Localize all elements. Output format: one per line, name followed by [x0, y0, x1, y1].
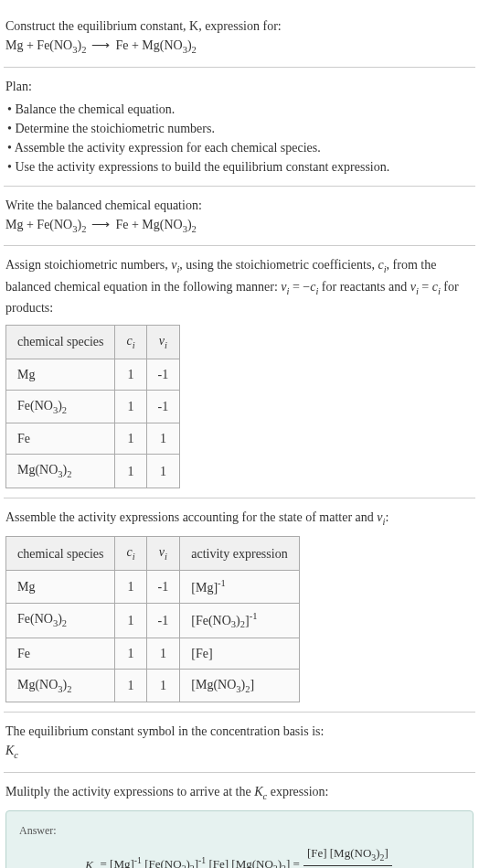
- cell-c: 1: [115, 455, 146, 488]
- table-row: Fe 1 1: [6, 423, 180, 455]
- balanced-section: Write the balanced chemical equation: Mg…: [4, 187, 475, 247]
- symbol-line1: The equilibrium constant symbol in the c…: [5, 722, 474, 741]
- cell-species: Mg: [6, 359, 115, 390]
- col-vi: νi: [146, 537, 180, 571]
- cell-species: Fe: [6, 423, 115, 455]
- cell-c: 1: [115, 638, 146, 669]
- intro-text: Construct the equilibrium constant, K, e…: [5, 19, 282, 33]
- col-ci: ci: [115, 537, 146, 571]
- plan-section: Plan: Balance the chemical equation. Det…: [4, 68, 475, 187]
- cell-expr: [Fe(NO3)2]-1: [180, 603, 299, 638]
- answer-label: Answer:: [19, 822, 460, 839]
- cell-v: -1: [146, 603, 180, 638]
- intro-line: Construct the equilibrium constant, K, e…: [5, 16, 474, 36]
- answer-numerator: [Fe] [Mg(NO3)2]: [303, 844, 392, 865]
- table-row: Mg(NO3)2 1 1 [Mg(NO3)2]: [6, 669, 300, 702]
- cell-expr: [Mg]-1: [180, 570, 299, 603]
- table-row: Mg 1 -1 [Mg]-1: [6, 570, 300, 603]
- table-header-row: chemical species ci νi: [6, 326, 180, 359]
- cell-c: 1: [115, 423, 146, 455]
- table-row: Mg 1 -1: [6, 359, 180, 390]
- intro-section: Construct the equilibrium constant, K, e…: [4, 7, 475, 68]
- plan-item: Determine the stoichiometric numbers.: [7, 119, 474, 138]
- plan-list: Balance the chemical equation. Determine…: [5, 100, 474, 177]
- symbol-kc: Kc: [5, 741, 474, 763]
- cell-c: 1: [115, 603, 146, 638]
- col-vi: νi: [146, 326, 180, 359]
- col-species: chemical species: [6, 326, 115, 359]
- cell-c: 1: [115, 570, 146, 603]
- balanced-title: Write the balanced chemical equation:: [5, 196, 474, 215]
- cell-species: Mg(NO3)2: [6, 669, 115, 702]
- answer-expression: Kc = [Mg]-1 [Fe(NO3)2]-1 [Fe] [Mg(NO3)2]…: [19, 844, 460, 868]
- stoich-table: chemical species ci νi Mg 1 -1 Fe(NO3)2 …: [5, 325, 180, 488]
- table-header-row: chemical species ci νi activity expressi…: [6, 537, 300, 571]
- cell-v: -1: [146, 570, 180, 603]
- table-row: Fe(NO3)2 1 -1: [6, 390, 180, 423]
- cell-expr: [Fe]: [180, 638, 299, 669]
- cell-v: -1: [146, 359, 180, 390]
- activity-title: Assemble the activity expressions accoun…: [5, 508, 474, 530]
- cell-c: 1: [115, 669, 146, 702]
- table-row: Fe 1 1 [Fe]: [6, 638, 300, 669]
- col-expr: activity expression: [180, 537, 299, 571]
- activity-table: chemical species ci νi activity expressi…: [5, 536, 300, 702]
- table-row: Mg(NO3)2 1 1: [6, 455, 180, 488]
- cell-c: 1: [115, 359, 146, 390]
- answer-box: Answer: Kc = [Mg]-1 [Fe(NO3)2]-1 [Fe] [M…: [5, 810, 474, 868]
- cell-species: Mg: [6, 570, 115, 603]
- plan-item: Use the activity expressions to build th…: [7, 157, 474, 177]
- cell-v: -1: [146, 390, 180, 423]
- cell-v: 1: [146, 638, 180, 669]
- intro-equation: Mg + Fe(NO3)2⟶Fe + Mg(NO3)2: [5, 36, 474, 58]
- multiply-section: Mulitply the activity expressions to arr…: [4, 773, 475, 868]
- assign-section: Assign stoichiometric numbers, νi, using…: [4, 246, 475, 498]
- plan-title: Plan:: [5, 77, 474, 96]
- symbol-section: The equilibrium constant symbol in the c…: [4, 713, 475, 773]
- cell-v: 1: [146, 455, 180, 488]
- cell-species: Fe(NO3)2: [6, 603, 115, 638]
- table-row: Fe(NO3)2 1 -1 [Fe(NO3)2]-1: [6, 603, 300, 638]
- plan-item: Balance the chemical equation.: [7, 100, 474, 119]
- answer-fraction: [Fe] [Mg(NO3)2] [Mg] [Fe(NO3)2]: [303, 844, 392, 868]
- balanced-equation: Mg + Fe(NO3)2⟶Fe + Mg(NO3)2: [5, 215, 474, 237]
- multiply-title: Mulitply the activity expressions to arr…: [5, 782, 474, 804]
- answer-lhs: Kc = [Mg]-1 [Fe(NO3)2]-1 [Fe] [Mg(NO3)2]…: [85, 854, 300, 868]
- assign-text: Assign stoichiometric numbers, νi, using…: [5, 255, 474, 317]
- plan-item: Assemble the activity expression for eac…: [7, 138, 474, 157]
- cell-v: 1: [146, 423, 180, 455]
- cell-species: Fe: [6, 638, 115, 669]
- cell-expr: [Mg(NO3)2]: [180, 669, 299, 702]
- cell-v: 1: [146, 669, 180, 702]
- col-species: chemical species: [6, 537, 115, 571]
- cell-c: 1: [115, 390, 146, 423]
- activity-section: Assemble the activity expressions accoun…: [4, 498, 475, 713]
- cell-species: Fe(NO3)2: [6, 390, 115, 423]
- col-ci: ci: [115, 326, 146, 359]
- cell-species: Mg(NO3)2: [6, 455, 115, 488]
